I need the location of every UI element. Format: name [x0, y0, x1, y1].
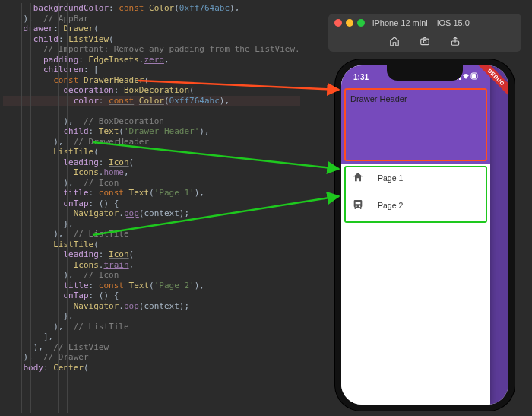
annotation-tiles-outline	[344, 166, 487, 223]
simulator-toolbar	[328, 32, 521, 52]
screenshot-icon[interactable]	[420, 36, 430, 49]
annotation-header-outline	[344, 88, 487, 161]
share-icon[interactable]	[450, 36, 461, 49]
status-time: 1:31	[353, 73, 369, 81]
simulator-window: iPhone 12 mini – iOS 15.0 DEBUG 1:31	[328, 14, 521, 411]
svg-rect-0	[421, 39, 429, 45]
close-icon[interactable]	[334, 19, 342, 27]
phone-notch	[387, 65, 463, 81]
home-icon[interactable]	[389, 36, 400, 49]
svg-rect-8	[472, 74, 476, 78]
navigation-drawer: Drawer Header Page 1 Page 2	[341, 65, 490, 405]
app-background-strip	[490, 65, 508, 405]
code-editor[interactable]: backgroundColor: const Color(0xff764abc)…	[0, 0, 319, 416]
simulator-titlebar[interactable]: iPhone 12 mini – iOS 15.0	[328, 14, 521, 32]
phone-screen[interactable]: DEBUG 1:31 Drawer Header Page 1	[341, 65, 508, 405]
simulator-title: iPhone 12 mini – iOS 15.0	[372, 18, 470, 27]
zoom-icon[interactable]	[357, 19, 365, 27]
code-block[interactable]: backgroundColor: const Color(0xff764abc)…	[3, 3, 300, 373]
minimize-icon[interactable]	[346, 19, 353, 27]
svg-point-1	[423, 40, 426, 43]
phone-frame: DEBUG 1:31 Drawer Header Page 1	[335, 59, 515, 411]
window-traffic-lights[interactable]	[334, 19, 365, 27]
